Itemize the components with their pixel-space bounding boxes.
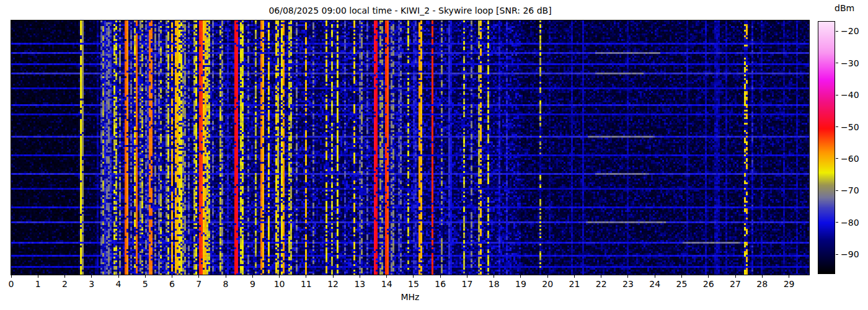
x-tick-label: 20 (542, 279, 553, 289)
x-tick-label: 13 (354, 279, 365, 289)
x-tick-mark (601, 275, 601, 278)
x-tick-mark (762, 275, 763, 278)
x-tick-label: 1 (35, 279, 41, 289)
x-tick-mark (145, 275, 146, 278)
colorbar-tick-label: −60 (841, 154, 859, 164)
colorbar-tick-mark (836, 95, 838, 95)
x-tick-label: 3 (89, 279, 94, 289)
colorbar-tick-mark (836, 254, 838, 255)
x-tick-label: 24 (649, 279, 660, 289)
spectrogram-canvas (11, 20, 809, 275)
x-tick-label: 23 (622, 279, 634, 289)
colorbar-tick-label: −50 (841, 122, 859, 132)
x-tick-mark (198, 275, 199, 278)
x-tick-mark (789, 275, 789, 278)
x-tick-label: 10 (274, 279, 285, 289)
x-tick-mark (467, 275, 467, 278)
x-tick-label: 0 (9, 279, 14, 289)
x-tick-label: 12 (327, 279, 339, 289)
x-tick-label: 11 (301, 279, 312, 289)
colorbar-tick-mark (836, 31, 838, 32)
colorbar-tick-label: −30 (841, 58, 859, 68)
x-tick-mark (91, 275, 92, 278)
x-tick-mark (574, 275, 575, 278)
x-tick-label: 9 (250, 279, 255, 289)
x-tick-mark (172, 275, 172, 278)
x-axis-label: MHz (11, 292, 809, 302)
colorbar-tick-mark (836, 222, 838, 223)
colorbar-tick-label: −80 (841, 218, 859, 228)
x-tick-mark (279, 275, 280, 278)
x-tick-label: 8 (223, 279, 229, 289)
x-tick-label: 27 (730, 279, 741, 289)
x-tick-mark (655, 275, 655, 278)
x-tick-label: 4 (116, 279, 122, 289)
colorbar-tick-mark (836, 126, 838, 127)
x-tick-mark (118, 275, 119, 278)
colorbar-tick-label: −70 (841, 185, 859, 195)
x-tick-mark (360, 275, 360, 278)
x-tick-mark (11, 275, 12, 278)
chart-title: 06/08/2025 09:00 local time - KIWI_2 - S… (11, 5, 809, 16)
x-tick-label: 15 (408, 279, 419, 289)
x-tick-mark (708, 275, 709, 278)
x-tick-mark (735, 275, 736, 278)
colorbar-frame (818, 21, 835, 274)
x-tick-label: 5 (143, 279, 148, 289)
colorbar-tick-label: −90 (841, 249, 859, 259)
x-tick-label: 17 (462, 279, 473, 289)
x-tick-label: 29 (784, 279, 795, 289)
colorbar-tick-mark (836, 190, 838, 191)
x-tick-mark (413, 275, 414, 278)
colorbar-tick-mark (836, 63, 838, 63)
x-tick-mark (64, 275, 65, 278)
colorbar-tick-mark (836, 158, 838, 159)
x-tick-label: 28 (756, 279, 768, 289)
x-tick-mark (38, 275, 38, 278)
x-tick-label: 16 (435, 279, 446, 289)
spectrogram-figure: 06/08/2025 09:00 local time - KIWI_2 - S… (0, 0, 868, 310)
x-tick-label: 22 (596, 279, 607, 289)
x-tick-mark (306, 275, 306, 278)
plot-frame (11, 20, 810, 275)
x-tick-mark (547, 275, 548, 278)
colorbar-tick-label: −40 (841, 90, 859, 100)
x-tick-label: 25 (676, 279, 688, 289)
colorbar-tick-label: −20 (841, 26, 859, 36)
x-tick-mark (252, 275, 253, 278)
colorbar-canvas (818, 22, 835, 273)
x-tick-label: 7 (196, 279, 202, 289)
x-tick-label: 21 (569, 279, 580, 289)
x-tick-label: 14 (381, 279, 392, 289)
x-tick-mark (386, 275, 387, 278)
x-tick-label: 19 (515, 279, 526, 289)
x-tick-label: 18 (489, 279, 500, 289)
x-tick-mark (226, 275, 226, 278)
x-tick-label: 6 (169, 279, 175, 289)
x-tick-mark (333, 275, 334, 278)
x-tick-mark (520, 275, 521, 278)
x-tick-label: 26 (703, 279, 714, 289)
x-tick-mark (440, 275, 441, 278)
x-tick-mark (681, 275, 682, 278)
colorbar-label: dBm (835, 3, 854, 13)
x-tick-label: 2 (62, 279, 68, 289)
x-tick-mark (627, 275, 628, 278)
x-tick-mark (494, 275, 494, 278)
